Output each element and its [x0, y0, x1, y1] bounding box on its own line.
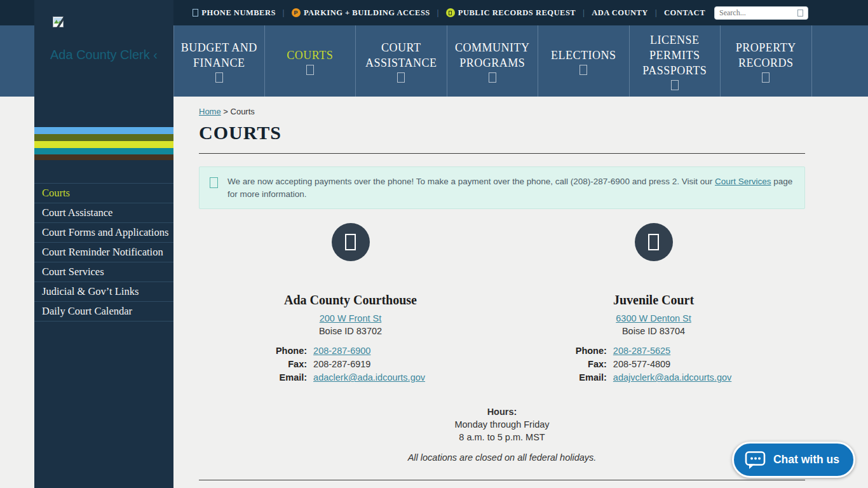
sidebar-menu: Courts Court Assistance Court Forms and …	[34, 183, 173, 322]
phone-label: Phone:	[276, 346, 307, 356]
court-services-link[interactable]: Court Services	[715, 177, 771, 186]
brand-stripe-olive	[34, 134, 173, 141]
search-input[interactable]	[719, 8, 795, 18]
fax-value: 208-287-6919	[313, 359, 425, 369]
chevron-down-icon	[397, 72, 405, 83]
sidebar-item-court-assistance[interactable]: Court Assistance	[34, 203, 173, 223]
payment-notice-banner: We are now accepting payments over the p…	[199, 166, 805, 209]
hours-block: Hours: Monday through Friday 8 a.m. to 5…	[199, 405, 805, 444]
page-title: COURTS	[199, 122, 805, 144]
broken-image-icon	[53, 17, 64, 27]
title-divider	[199, 153, 805, 154]
topbar-public-records-label: PUBLIC RECORDS REQUEST	[458, 8, 576, 18]
phone-label: Phone:	[576, 346, 607, 356]
info-icon	[210, 177, 218, 188]
phone-link[interactable]: 208-287-5625	[613, 346, 670, 356]
main-nav: BUDGET AND FINANCE COURTS COURT ASSISTAN…	[173, 25, 812, 97]
chevron-down-icon	[762, 72, 770, 83]
nav-item-label: BUDGET AND FINANCE	[177, 40, 262, 71]
clerk-logo-alt-text: Ada County Clerk ‹	[34, 48, 173, 62]
phone-link[interactable]: 208-287-6900	[313, 346, 370, 356]
chevron-down-icon	[580, 65, 587, 75]
nav-item-license-permits-passports[interactable]: LICENSE PERMITS PASSPORTS	[630, 25, 721, 97]
brand-stripe-blue	[34, 127, 173, 134]
sidebar-item-court-services[interactable]: Court Services	[34, 262, 173, 282]
chat-bubble-icon	[744, 450, 767, 470]
email-label: Email:	[576, 372, 607, 383]
location-city: Boise ID 83702	[199, 326, 502, 336]
chat-with-us-button[interactable]: Chat with us	[732, 442, 855, 478]
topbar-contact-label: CONTACT	[664, 8, 705, 18]
fax-label: Fax:	[576, 359, 607, 369]
nav-item-court-assistance[interactable]: COURT ASSISTANCE	[356, 25, 447, 97]
topbar-parking[interactable]: P PARKING + BUILDING ACCESS	[292, 8, 430, 18]
chevron-down-icon	[671, 80, 679, 90]
location-contact-info: Phone: 208-287-5625 Fax: 208-577-4809 Em…	[502, 346, 805, 383]
sidebar: Ada County Clerk ‹ Courts Court Assistan…	[34, 0, 173, 488]
location-address-link[interactable]: 6300 W Denton St	[616, 313, 691, 323]
topbar-contact[interactable]: CONTACT	[664, 8, 705, 18]
topbar-separator: |	[583, 8, 585, 18]
sidebar-item-courts[interactable]: Courts	[34, 183, 173, 203]
nav-item-courts[interactable]: COURTS	[265, 25, 356, 97]
location-name: Juvenile Court	[502, 293, 805, 308]
topbar-parking-label: PARKING + BUILDING ACCESS	[304, 8, 430, 18]
courthouse-icon	[332, 223, 370, 261]
nav-item-community-programs[interactable]: COMMUNITY PROGRAMS	[447, 25, 539, 97]
bottom-divider	[199, 480, 805, 480]
topbar-public-records[interactable]: PUBLIC RECORDS REQUEST	[446, 8, 576, 18]
location-contact-info: Phone: 208-287-6900 Fax: 208-287-6919 Em…	[199, 346, 502, 383]
location-card-ada-county-courthouse: Ada County Courthouse 200 W Front St Boi…	[199, 223, 502, 383]
nav-item-budget-and-finance[interactable]: BUDGET AND FINANCE	[173, 25, 265, 97]
breadcrumb-separator: >	[221, 107, 231, 116]
topbar-separator: |	[437, 8, 439, 18]
nav-item-label: COURT ASSISTANCE	[358, 40, 444, 71]
sidebar-item-judicial-govt-links[interactable]: Judicial & Gov’t Links	[34, 282, 173, 302]
hours-label: Hours:	[199, 405, 805, 418]
chat-button-label: Chat with us	[773, 453, 839, 466]
hours-days: Monday through Friday	[199, 418, 805, 431]
topbar-ada-county-label: ADA COUNTY	[592, 8, 648, 18]
fax-value: 208-577-4809	[613, 359, 731, 369]
search-icon[interactable]	[797, 10, 803, 17]
sidebar-item-court-reminder-notification[interactable]: Court Reminder Notification	[34, 243, 173, 262]
parking-icon: P	[292, 8, 301, 17]
sidebar-item-daily-court-calendar[interactable]: Daily Court Calendar	[34, 302, 173, 322]
nav-item-label: PROPERTY RECORDS	[723, 40, 809, 71]
breadcrumb-home-link[interactable]: Home	[199, 107, 221, 116]
email-link[interactable]: adaclerk@ada.idcourts.gov	[313, 372, 425, 383]
public-records-icon	[446, 8, 455, 17]
courthouse-icon	[635, 223, 673, 261]
sidebar-item-court-forms-and-applications[interactable]: Court Forms and Applications	[34, 223, 173, 243]
hours-time: 8 a.m. to 5 p.m. MST	[199, 431, 805, 444]
email-label: Email:	[276, 372, 307, 383]
clerk-logo-link[interactable]: Ada County Clerk ‹	[34, 0, 173, 127]
main-content: Home > Courts COURTS We are now acceptin…	[173, 97, 868, 488]
nav-item-label: COURTS	[287, 48, 333, 63]
nav-item-property-records[interactable]: PROPERTY RECORDS	[721, 25, 812, 97]
topbar-phone-numbers-label: PHONE NUMBERS	[201, 8, 276, 18]
breadcrumb-current: Courts	[231, 107, 255, 116]
fax-label: Fax:	[276, 359, 307, 369]
nav-item-label: COMMUNITY PROGRAMS	[450, 40, 536, 71]
brand-stripe-brown	[34, 154, 173, 160]
location-city: Boise ID 83704	[502, 326, 805, 336]
brand-stripe-teal	[34, 148, 173, 154]
brand-stripe-yellow	[34, 141, 173, 148]
holiday-note: All locations are closed on all federal …	[199, 452, 805, 463]
location-cards: Ada County Courthouse 200 W Front St Boi…	[199, 223, 805, 383]
payment-notice-text: We are now accepting payments over the p…	[227, 175, 796, 200]
location-address-link[interactable]: 200 W Front St	[320, 313, 382, 323]
chevron-down-icon	[306, 65, 314, 75]
email-link[interactable]: adajvclerk@ada.idcourts.gov	[613, 372, 731, 383]
topbar-phone-numbers[interactable]: PHONE NUMBERS	[193, 8, 276, 18]
nav-item-elections[interactable]: ELECTIONS	[538, 25, 630, 97]
topbar-separator: |	[283, 8, 285, 18]
chevron-down-icon	[215, 72, 223, 83]
topbar-ada-county[interactable]: ADA COUNTY	[592, 8, 648, 18]
topbar-separator: |	[655, 8, 657, 18]
phone-icon	[193, 9, 198, 17]
chevron-down-icon	[489, 72, 496, 83]
nav-item-label: ELECTIONS	[551, 48, 616, 63]
notice-text-before: We are now accepting payments over the p…	[227, 177, 715, 186]
